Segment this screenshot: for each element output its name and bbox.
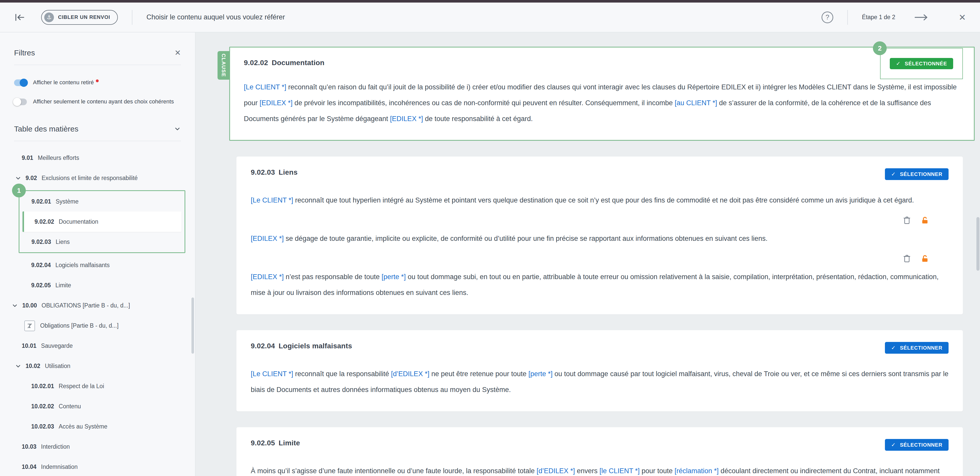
token-link[interactable]: [d’EDILEX *] [391,370,430,378]
toc-item-label: Utilisation [45,363,70,370]
token-link[interactable]: [perte *] [382,273,406,281]
token-link[interactable]: [au CLIENT *] [675,99,717,107]
next-step-icon[interactable] [914,13,929,22]
selection-step-badge: 2 [873,41,887,55]
selected-button[interactable]: ✓SÉLECTIONNÉE [890,58,953,69]
toc-item-label: Respect de la Loi [59,383,104,390]
token-link[interactable]: [EDILEX *] [251,235,284,242]
sidebar-scrollbar-thumb[interactable] [191,297,194,354]
toc-item-10.01[interactable]: 10.01Sauvegarde [0,336,195,356]
toggle-knob [20,79,28,87]
clause-tab: CLAUSE [218,51,229,80]
token-link[interactable]: [Le CLIENT *] [251,370,293,378]
toc-item-label: Liens [56,238,70,245]
token-link[interactable]: [d’EDILEX *] [536,467,575,475]
filter-toggle-row[interactable]: Afficher le contenu retiré [14,78,181,86]
token-link[interactable]: [perte *] [528,370,553,378]
toc-item-number: 9.02.03 [32,238,51,245]
paragraph-actions [251,254,948,263]
help-glyph: ? [826,13,829,21]
clause-paragraph: [EDILEX *] se dégage de toute garantie, … [251,231,948,246]
header-left: ⚓ CIBLER UN RENVOI Choisir le contenu au… [14,10,821,25]
toc-item-10.04[interactable]: 10.04Indemnisation [0,457,195,476]
button-label: SÉLECTIONNÉE [905,61,947,67]
toc-item-number: 10.03 [22,443,37,450]
toc-item-number: 10.02 [25,363,40,370]
clause-title-row: 9.02.05 Limite✓SÉLECTIONNER [251,439,948,451]
toc-heading: Table des matières [14,125,78,133]
chevron-down-icon[interactable] [15,363,21,370]
paragraph-actions [251,216,948,225]
select-button[interactable]: ✓SÉLECTIONNER [885,168,948,180]
token-link[interactable]: [Le CLIENT *] [244,83,286,91]
content-area: CLAUSE2✓SÉLECTIONNÉE9.02.02 Documentatio… [196,32,980,476]
clause-card-9.02.03: 9.02.03 Liens✓SÉLECTIONNER[Le CLIENT *] … [236,157,963,314]
toc-item-label: Logiciels malfaisants [56,262,110,269]
close-icon[interactable]: ✕ [959,13,966,22]
toc-item-10.02[interactable]: 10.02Utilisation [0,356,195,376]
toc-item-9.02.02[interactable]: 9.02.02Documentation [22,211,181,232]
toc-item-10.02.03[interactable]: 10.02.03Accès au Système [0,417,195,437]
table-of-contents: 9.01Meilleurs efforts9.02Exclusions et l… [0,148,195,476]
token-link[interactable]: [EDILEX *] [251,273,284,281]
clause-variant-icon [24,321,35,331]
toc-item-9.02.03[interactable]: 9.02.03Liens [19,232,185,252]
filter-toggle-row[interactable]: Afficher seulement le contenu ayant des … [14,98,181,105]
toc-item-number: 9.02.05 [31,282,51,289]
clause-paragraph: [Le CLIENT *] reconnaît qu’en raison du … [244,79,960,127]
token-link[interactable]: [réclamation *] [675,467,719,475]
unlock-icon[interactable] [920,254,929,263]
main-scrollbar-thumb[interactable] [977,217,980,271]
toc-item-10.00[interactable]: 10.00OBLIGATIONS [Partie B - du, d...] [0,295,195,316]
token-link[interactable]: [EDILEX *] [260,99,293,107]
cibler-renvoi-dialog: ⚓ CIBLER UN RENVOI Choisir le contenu au… [0,0,980,476]
toc-item-label: Obligations [Partie B - du, d...] [40,322,119,329]
help-icon[interactable]: ? [821,11,833,23]
toc-item-9.01[interactable]: 9.01Meilleurs efforts [0,148,195,168]
toc-item-9.02[interactable]: 9.02Exclusions et limite de responsabili… [0,168,195,188]
select-button[interactable]: ✓SÉLECTIONNER [885,342,948,354]
toc-item-10.02.01[interactable]: 10.02.01Respect de la Loi [0,376,195,396]
red-dot-icon [96,79,99,82]
clause-title: 9.02.05 Limite [251,439,300,447]
token-link[interactable]: [le CLIENT *] [600,467,640,475]
clause-paragraph: [EDILEX *] n’est pas responsable de tout… [251,269,948,301]
toggle-switch[interactable] [14,79,27,86]
toc-item-9.02.05[interactable]: 9.02.05Limite [0,275,195,295]
check-icon: ✓ [891,442,896,448]
divider [14,141,181,141]
toc-item-number: 10.00 [22,302,37,309]
chevron-down-icon[interactable] [11,302,18,309]
token-link[interactable]: [EDILEX *] [390,115,423,122]
toc-item-number: 10.02.03 [31,423,54,430]
toc-item-label: Sauvegarde [41,343,73,349]
toc-item-label: Interdiction [41,443,70,450]
toc-item-number: 10.02.01 [31,383,54,390]
dialog-header: ⚓ CIBLER UN RENVOI Choisir le contenu au… [0,3,980,32]
button-label: SÉLECTIONNER [900,171,942,177]
unlock-icon[interactable] [920,216,929,225]
filters-close-icon[interactable]: ✕ [175,49,181,57]
delete-icon[interactable] [902,254,911,263]
collapse-back-icon[interactable] [14,13,25,22]
token-link[interactable]: [Le CLIENT *] [251,197,293,204]
toggle-switch[interactable] [14,98,27,105]
select-button[interactable]: ✓SÉLECTIONNER [885,439,948,451]
delete-icon[interactable] [902,216,911,225]
toc-item-10.03[interactable]: 10.03Interdiction [0,437,195,457]
selection-overlay: 2✓SÉLECTIONNÉE [880,48,963,79]
button-label: SÉLECTIONNER [900,345,942,351]
check-icon: ✓ [896,60,900,67]
toc-item-label: Indemnisation [41,463,78,470]
toc-item-number: 10.04 [22,463,37,470]
toc-item-label: Exclusions et limite de responsabilité [42,175,138,182]
chevron-down-icon[interactable] [174,125,181,133]
toc-item-9.02.04[interactable]: 9.02.04Logiciels malfaisants [0,255,195,275]
toc-item-10.02.02[interactable]: 10.02.02Contenu [0,396,195,417]
chevron-down-icon[interactable] [15,175,21,182]
toc-item-9.02.01[interactable]: 9.02.01Système [19,192,185,211]
toggle-knob [13,98,21,106]
clause-title: 9.02.03 Liens [251,168,298,176]
clause-title-row: 9.02.04 Logiciels malfaisants✓SÉLECTIONN… [251,342,948,354]
toc-item-obligations[interactable]: Obligations [Partie B - du, d...] [0,316,195,336]
